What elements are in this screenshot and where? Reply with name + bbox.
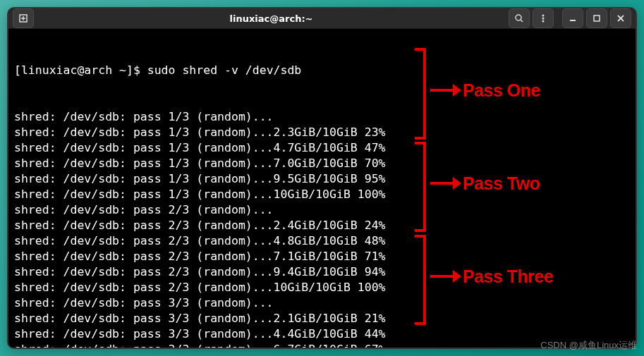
minimize-button[interactable] (562, 8, 583, 28)
bracket-pass3 (419, 235, 426, 325)
search-button[interactable] (509, 8, 530, 28)
output-line: shred: /dev/sdb: pass 3/3 (random)... (14, 295, 630, 311)
arrow-pass3: Pass Three (430, 269, 553, 284)
titlebar: linuxiac@arch:~ (8, 8, 636, 29)
bracket-pass2 (419, 142, 426, 232)
output-line: shred: /dev/sdb: pass 1/3 (random)... (14, 109, 630, 125)
svg-point-3 (516, 15, 521, 20)
maximize-button[interactable] (586, 8, 607, 28)
output-line: shred: /dev/sdb: pass 3/3 (random)...2.1… (14, 311, 630, 326)
output-line: shred: /dev/sdb: pass 2/3 (random)...4.8… (14, 233, 630, 249)
svg-point-6 (542, 18, 544, 20)
terminal-window: linuxiac@arch:~ [linuxiac@arch ~]$ sudo … (7, 7, 637, 349)
close-button[interactable] (610, 8, 631, 28)
terminal-content[interactable]: [linuxiac@arch ~]$ sudo shred -v /dev/sd… (8, 29, 636, 349)
menu-button[interactable] (533, 8, 554, 28)
svg-line-4 (521, 20, 523, 22)
svg-rect-9 (594, 16, 600, 21)
watermark: CSDN @咸鱼Linux运维 (540, 339, 637, 352)
output-line: shred: /dev/sdb: pass 3/3 (random)...6.7… (14, 342, 630, 349)
output-line: shred: /dev/sdb: pass 1/3 (random)...2.3… (14, 125, 630, 140)
annotation-pass2: Pass Two (463, 176, 540, 191)
output-line: shred: /dev/sdb: pass 2/3 (random)... (14, 202, 630, 218)
annotation-pass1: Pass One (463, 82, 540, 98)
command-line: [linuxiac@arch ~]$ sudo shred -v /dev/sd… (14, 63, 630, 78)
output-line: shred: /dev/sdb: pass 3/3 (random)...4.4… (14, 326, 630, 342)
arrow-pass1: Pass One (430, 82, 540, 98)
annotation-pass3: Pass Three (463, 269, 553, 284)
window-title: linuxiac@arch:~ (230, 13, 313, 24)
output-line: shred: /dev/sdb: pass 2/3 (random)...2.4… (14, 218, 630, 233)
arrow-pass2: Pass Two (430, 176, 540, 191)
output-line: shred: /dev/sdb: pass 1/3 (random)...4.7… (14, 140, 630, 156)
svg-point-7 (542, 20, 544, 23)
prompt: [linuxiac@arch ~]$ (14, 63, 147, 77)
output-lines: shred: /dev/sdb: pass 1/3 (random)...shr… (14, 109, 630, 349)
command: sudo shred -v /dev/sdb (147, 63, 302, 77)
new-tab-button[interactable] (13, 8, 34, 28)
output-line: shred: /dev/sdb: pass 2/3 (random)...7.1… (14, 249, 630, 264)
svg-point-5 (542, 15, 544, 17)
bracket-pass1 (419, 48, 426, 140)
output-line: shred: /dev/sdb: pass 1/3 (random)...7.0… (14, 156, 630, 171)
